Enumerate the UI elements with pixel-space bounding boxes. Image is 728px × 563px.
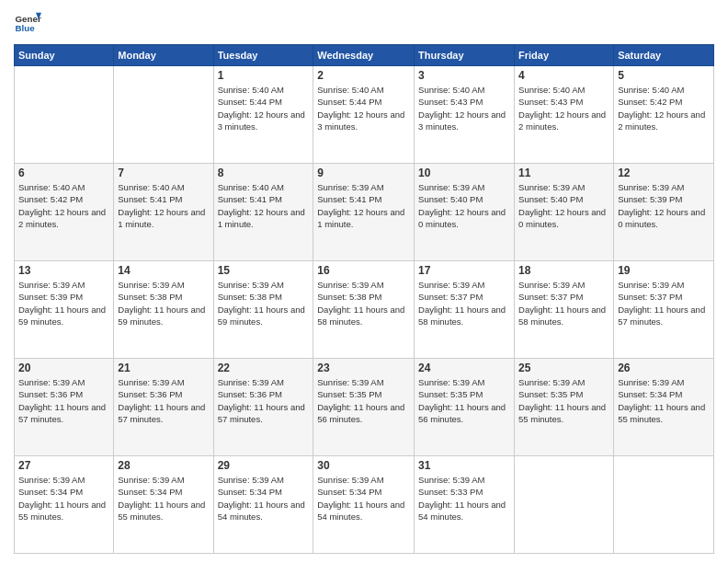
- day-number: 2: [317, 69, 410, 82]
- weekday-header: Monday: [114, 45, 213, 66]
- weekday-header: Friday: [515, 45, 614, 66]
- day-number: 18: [518, 264, 609, 277]
- calendar-cell: [614, 456, 714, 554]
- day-info: Sunrise: 5:40 AM Sunset: 5:44 PM Dayligh…: [317, 84, 410, 132]
- calendar-cell: [114, 66, 213, 164]
- calendar-cell: 14Sunrise: 5:39 AM Sunset: 5:38 PM Dayli…: [114, 261, 213, 359]
- day-number: 3: [418, 69, 510, 82]
- day-info: Sunrise: 5:39 AM Sunset: 5:37 PM Dayligh…: [418, 279, 510, 327]
- day-info: Sunrise: 5:39 AM Sunset: 5:40 PM Dayligh…: [418, 181, 510, 230]
- day-number: 15: [218, 264, 310, 277]
- day-number: 23: [317, 362, 410, 374]
- calendar-cell: 19Sunrise: 5:39 AM Sunset: 5:37 PM Dayli…: [614, 261, 714, 359]
- calendar-cell: 27Sunrise: 5:39 AM Sunset: 5:34 PM Dayli…: [15, 456, 114, 554]
- weekday-header-row: SundayMondayTuesdayWednesdayThursdayFrid…: [15, 45, 714, 66]
- day-info: Sunrise: 5:40 AM Sunset: 5:41 PM Dayligh…: [218, 181, 310, 230]
- day-number: 30: [317, 459, 410, 472]
- day-number: 27: [18, 459, 109, 472]
- day-number: 7: [118, 167, 209, 179]
- calendar-cell: 6Sunrise: 5:40 AM Sunset: 5:42 PM Daylig…: [15, 164, 114, 261]
- page: General Blue SundayMondayTuesdayWednesda…: [0, 0, 728, 563]
- day-number: 16: [317, 264, 410, 277]
- weekday-header: Wednesday: [313, 45, 415, 66]
- calendar-week-row: 1Sunrise: 5:40 AM Sunset: 5:44 PM Daylig…: [15, 66, 714, 164]
- day-number: 25: [518, 362, 609, 374]
- logo: General Blue: [14, 9, 41, 37]
- calendar-cell: 25Sunrise: 5:39 AM Sunset: 5:35 PM Dayli…: [515, 359, 614, 456]
- calendar-cell: 13Sunrise: 5:39 AM Sunset: 5:39 PM Dayli…: [15, 261, 114, 359]
- calendar-cell: 16Sunrise: 5:39 AM Sunset: 5:38 PM Dayli…: [313, 261, 415, 359]
- day-number: 21: [118, 362, 209, 374]
- calendar-cell: 31Sunrise: 5:39 AM Sunset: 5:33 PM Dayli…: [415, 456, 515, 554]
- day-info: Sunrise: 5:39 AM Sunset: 5:36 PM Dayligh…: [118, 376, 209, 425]
- day-info: Sunrise: 5:40 AM Sunset: 5:42 PM Dayligh…: [18, 181, 109, 230]
- svg-text:Blue: Blue: [16, 23, 36, 33]
- calendar-cell: 22Sunrise: 5:39 AM Sunset: 5:36 PM Dayli…: [213, 359, 313, 456]
- weekday-header: Sunday: [15, 45, 114, 66]
- calendar-cell: 15Sunrise: 5:39 AM Sunset: 5:38 PM Dayli…: [213, 261, 313, 359]
- day-number: 12: [618, 167, 710, 179]
- day-info: Sunrise: 5:39 AM Sunset: 5:39 PM Dayligh…: [618, 181, 710, 230]
- calendar-week-row: 6Sunrise: 5:40 AM Sunset: 5:42 PM Daylig…: [15, 164, 714, 261]
- day-info: Sunrise: 5:39 AM Sunset: 5:35 PM Dayligh…: [317, 376, 410, 425]
- calendar-cell: 2Sunrise: 5:40 AM Sunset: 5:44 PM Daylig…: [313, 66, 415, 164]
- day-info: Sunrise: 5:40 AM Sunset: 5:44 PM Dayligh…: [218, 84, 310, 132]
- day-number: 17: [418, 264, 510, 277]
- calendar-cell: 12Sunrise: 5:39 AM Sunset: 5:39 PM Dayli…: [614, 164, 714, 261]
- day-info: Sunrise: 5:39 AM Sunset: 5:35 PM Dayligh…: [518, 376, 609, 425]
- calendar-cell: 20Sunrise: 5:39 AM Sunset: 5:36 PM Dayli…: [15, 359, 114, 456]
- day-info: Sunrise: 5:39 AM Sunset: 5:37 PM Dayligh…: [618, 279, 710, 327]
- day-info: Sunrise: 5:40 AM Sunset: 5:43 PM Dayligh…: [518, 84, 609, 132]
- day-number: 10: [418, 167, 510, 179]
- day-info: Sunrise: 5:39 AM Sunset: 5:34 PM Dayligh…: [317, 474, 410, 523]
- calendar-cell: 9Sunrise: 5:39 AM Sunset: 5:41 PM Daylig…: [313, 164, 415, 261]
- calendar-cell: 21Sunrise: 5:39 AM Sunset: 5:36 PM Dayli…: [114, 359, 213, 456]
- calendar-cell: [15, 66, 114, 164]
- day-number: 24: [418, 362, 510, 374]
- day-info: Sunrise: 5:40 AM Sunset: 5:43 PM Dayligh…: [418, 84, 510, 132]
- day-info: Sunrise: 5:39 AM Sunset: 5:40 PM Dayligh…: [518, 181, 609, 230]
- day-info: Sunrise: 5:39 AM Sunset: 5:33 PM Dayligh…: [418, 474, 510, 523]
- day-info: Sunrise: 5:39 AM Sunset: 5:35 PM Dayligh…: [418, 376, 510, 425]
- day-number: 11: [518, 167, 609, 179]
- day-number: 20: [18, 362, 109, 374]
- day-info: Sunrise: 5:39 AM Sunset: 5:36 PM Dayligh…: [18, 376, 109, 425]
- day-number: 8: [218, 167, 310, 179]
- calendar-cell: 30Sunrise: 5:39 AM Sunset: 5:34 PM Dayli…: [313, 456, 415, 554]
- day-number: 29: [218, 459, 310, 472]
- calendar-week-row: 20Sunrise: 5:39 AM Sunset: 5:36 PM Dayli…: [15, 359, 714, 456]
- weekday-header: Tuesday: [213, 45, 313, 66]
- day-info: Sunrise: 5:39 AM Sunset: 5:38 PM Dayligh…: [317, 279, 410, 327]
- day-number: 5: [618, 69, 710, 82]
- day-number: 14: [118, 264, 209, 277]
- day-number: 1: [218, 69, 310, 82]
- calendar-cell: 5Sunrise: 5:40 AM Sunset: 5:42 PM Daylig…: [614, 66, 714, 164]
- day-info: Sunrise: 5:39 AM Sunset: 5:38 PM Dayligh…: [118, 279, 209, 327]
- calendar-cell: 11Sunrise: 5:39 AM Sunset: 5:40 PM Dayli…: [515, 164, 614, 261]
- day-info: Sunrise: 5:39 AM Sunset: 5:38 PM Dayligh…: [218, 279, 310, 327]
- calendar-week-row: 27Sunrise: 5:39 AM Sunset: 5:34 PM Dayli…: [15, 456, 714, 554]
- day-info: Sunrise: 5:39 AM Sunset: 5:36 PM Dayligh…: [218, 376, 310, 425]
- day-info: Sunrise: 5:39 AM Sunset: 5:34 PM Dayligh…: [18, 474, 109, 523]
- day-info: Sunrise: 5:40 AM Sunset: 5:41 PM Dayligh…: [118, 181, 209, 230]
- day-info: Sunrise: 5:39 AM Sunset: 5:34 PM Dayligh…: [618, 376, 710, 425]
- calendar-cell: 4Sunrise: 5:40 AM Sunset: 5:43 PM Daylig…: [515, 66, 614, 164]
- day-number: 22: [218, 362, 310, 374]
- calendar-cell: 17Sunrise: 5:39 AM Sunset: 5:37 PM Dayli…: [415, 261, 515, 359]
- weekday-header: Thursday: [415, 45, 515, 66]
- day-number: 28: [118, 459, 209, 472]
- calendar-cell: [515, 456, 614, 554]
- calendar-cell: 29Sunrise: 5:39 AM Sunset: 5:34 PM Dayli…: [213, 456, 313, 554]
- calendar-cell: 8Sunrise: 5:40 AM Sunset: 5:41 PM Daylig…: [213, 164, 313, 261]
- day-number: 9: [317, 167, 410, 179]
- day-number: 19: [618, 264, 710, 277]
- calendar-cell: 1Sunrise: 5:40 AM Sunset: 5:44 PM Daylig…: [213, 66, 313, 164]
- day-number: 4: [518, 69, 609, 82]
- header: General Blue: [14, 9, 714, 37]
- day-number: 31: [418, 459, 510, 472]
- day-info: Sunrise: 5:39 AM Sunset: 5:41 PM Dayligh…: [317, 181, 410, 230]
- day-number: 26: [618, 362, 710, 374]
- day-number: 13: [18, 264, 109, 277]
- day-info: Sunrise: 5:39 AM Sunset: 5:39 PM Dayligh…: [18, 279, 109, 327]
- calendar-cell: 7Sunrise: 5:40 AM Sunset: 5:41 PM Daylig…: [114, 164, 213, 261]
